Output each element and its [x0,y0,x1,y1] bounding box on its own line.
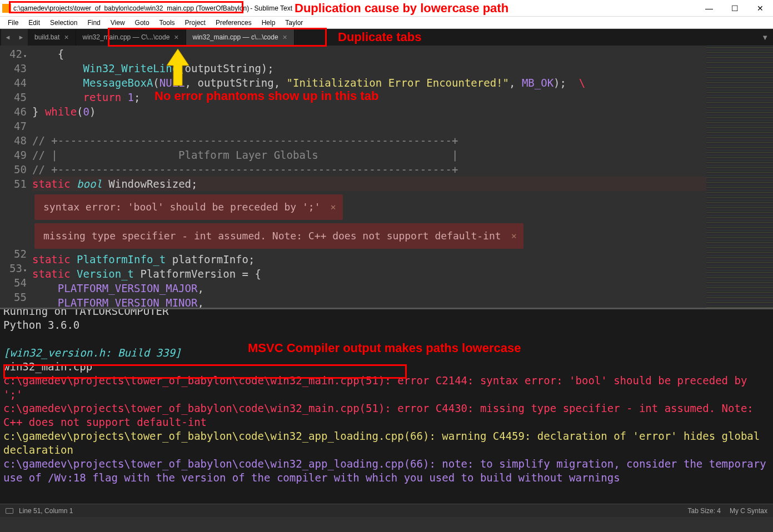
tab-label: build.bat [34,33,59,41]
menu-taylor[interactable]: Taylor [281,18,307,28]
close-button[interactable]: ✕ [747,0,773,17]
close-icon[interactable]: × [64,33,68,42]
line-number: 46 [0,104,27,119]
line-number: 53 [0,261,27,275]
menu-view[interactable]: View [106,18,129,28]
close-icon[interactable]: ✕ [511,229,517,243]
tab-size-indicator[interactable]: Tab Size: 4 [688,507,721,515]
cursor-position: Line 51, Column 1 [19,507,73,515]
close-icon[interactable]: ✕ [331,200,336,214]
tab-next-button[interactable]: ► [14,29,28,46]
code-line: static PlatformInfo_t platformInfo; [32,252,706,267]
menu-edit[interactable]: Edit [24,18,44,28]
console-line: c:\gamedev\projects\tower_of_babylon\cod… [3,457,770,485]
console-line [3,332,770,346]
menu-file[interactable]: File [3,18,23,28]
minimap[interactable] [706,46,773,308]
tab-label: win32_main.cpp — C\...\code [83,33,170,41]
tab-label: win32_main.cpp — c\...\code [193,33,278,41]
panel-toggle-icon[interactable] [6,508,13,514]
tab-file-2[interactable]: win32_main.cpp — c\...\code× [186,29,295,46]
menu-find[interactable]: Find [83,18,104,28]
line-number: 49 [0,148,27,162]
build-output-panel[interactable]: Running on TAYLORSCOMPUTERPython 3.6.0 [… [0,309,773,504]
syntax-indicator[interactable]: My C Syntax [730,507,767,515]
line-number: 50 [0,162,27,177]
menu-project[interactable]: Project [181,18,210,28]
console-line: win32_main.cpp [3,360,770,374]
code-line: static Version_t PlatformVersion = { [32,267,706,281]
minimize-button[interactable]: — [696,0,722,17]
code-line [32,119,706,133]
menu-bar: FileEditSelectionFindViewGotoToolsProjec… [0,17,773,29]
code-line: return 1; [32,90,706,104]
code-line: static bool WindowResized; [32,177,706,191]
line-number: 55 [0,290,27,304]
code-line: // +------------------------------------… [32,162,706,177]
line-number: 48 [0,133,27,148]
error-phantom: missing type specifier - int assumed. No… [34,223,523,249]
menu-tools[interactable]: Tools [155,18,179,28]
line-number: 52 [0,247,27,261]
code-line: } while(0) [32,104,706,119]
status-bar: Line 51, Column 1 Tab Size: 4 My C Synta… [0,504,773,517]
console-line: Running on TAYLORSCOMPUTER [3,309,770,318]
console-line: [win32_version.h: Build 339] [3,346,770,360]
line-number: 51 [0,177,27,191]
close-icon[interactable]: × [174,33,178,42]
code-line: MessageBoxA(NULL, outputString, "Initial… [32,76,706,90]
code-area[interactable]: { Win32_WriteLine(outputString); Message… [32,46,706,308]
title-bar: c:\gamedev\projects\tower_of_babylon\cod… [0,0,773,17]
menu-selection[interactable]: Selection [46,18,82,28]
error-phantom: syntax error: 'bool' should be preceded … [34,194,343,220]
line-number: 44 [0,76,27,90]
line-number: 47 [0,119,27,133]
line-number: 43 [0,61,27,76]
maximize-button[interactable]: ☐ [722,0,747,17]
app-icon [2,4,11,13]
tab-file-0[interactable]: build.bat× [28,29,76,46]
tab-file-1[interactable]: win32_main.cpp — C\...\code× [76,29,186,46]
code-line: { [32,47,706,61]
console-line: c:\gamedev\projects\tower_of_babylon\cod… [3,401,770,429]
tab-overflow-button[interactable]: ▼ [295,29,773,46]
window-title-app: - Sublime Text [250,4,292,12]
editor-area: 4243444546474849505152535455 { Win32_Wri… [0,46,773,308]
code-line: Win32_WriteLine(outputString); [32,61,706,76]
code-line: // +------------------------------------… [32,133,706,148]
code-line: PLATFORM_VERSION_MINOR, [32,295,706,308]
console-line: Python 3.6.0 [3,318,770,332]
close-icon[interactable]: × [283,33,287,42]
line-gutter: 4243444546474849505152535455 [0,46,32,308]
code-line: // | Platform Layer Globals | [32,148,706,162]
line-number: 42 [0,47,27,61]
console-line: c:\gamedev\projects\tower_of_babylon\cod… [3,374,770,401]
code-line: PLATFORM_VERSION_MAJOR, [32,281,706,295]
menu-preferences[interactable]: Preferences [211,18,256,28]
line-number: 54 [0,275,27,290]
line-number: 45 [0,90,27,104]
menu-help[interactable]: Help [257,18,280,28]
menu-goto[interactable]: Goto [131,18,154,28]
console-line: c:\gamedev\projects\tower_of_babylon\cod… [3,429,770,457]
tab-prev-button[interactable]: ◄ [1,29,14,46]
window-title-path: c:\gamedev\projects\tower_of_babylon\cod… [13,4,249,12]
tab-bar: ◄ ► build.bat×win32_main.cpp — C\...\cod… [0,29,773,46]
